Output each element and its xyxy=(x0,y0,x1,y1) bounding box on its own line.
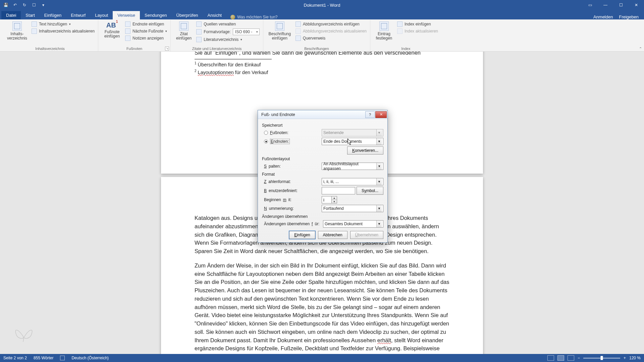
start-at-input[interactable] xyxy=(322,196,332,203)
symbol-button[interactable]: Symbol... xyxy=(357,187,383,195)
collapse-ribbon-icon[interactable]: ⌃ xyxy=(639,47,642,51)
citation-style-select[interactable]: Formatvorlage: ISO 690 - xyxy=(196,28,260,35)
endnotes-location-select[interactable]: Ende des Dokuments▼ xyxy=(322,138,383,145)
add-text-button[interactable]: Text hinzufügen ▾ xyxy=(32,21,95,27)
title-bar: 💾 ↶ ↻ ☐ ▾ Dokument1 - Word ▭ — ☐ ✕ xyxy=(0,0,644,10)
tab-ueberpruefen[interactable]: Überprüfen xyxy=(172,11,203,19)
chevron-down-icon[interactable]: ▼ xyxy=(376,221,382,227)
tab-start[interactable]: Start xyxy=(21,11,39,19)
close-icon[interactable]: ✕ xyxy=(629,0,644,10)
footnote-separator xyxy=(195,59,272,59)
chevron-down-icon[interactable]: ▼ xyxy=(376,205,382,212)
group-index-label: Index xyxy=(374,47,438,51)
tab-file[interactable]: Datei xyxy=(1,11,21,19)
start-at-spinner[interactable]: ▲▼ xyxy=(332,196,337,203)
zoom-slider[interactable] xyxy=(583,358,620,359)
update-index-button: Index aktualisieren xyxy=(397,28,438,34)
tab-verweise[interactable]: Verweise xyxy=(113,11,140,19)
number-format-select[interactable]: i, ii, iii, ...▼ xyxy=(322,178,383,185)
toc-icon xyxy=(12,21,22,31)
dialog-help-icon[interactable]: ? xyxy=(365,111,375,118)
show-notes-icon xyxy=(125,36,130,41)
print-layout-icon[interactable] xyxy=(557,355,564,361)
spin-down-icon: ▼ xyxy=(332,200,337,203)
insert-footnote-label: Fußnote einfügen xyxy=(104,30,120,39)
chevron-down-icon[interactable]: ▼ xyxy=(376,178,382,185)
minimize-icon[interactable]: — xyxy=(598,0,613,10)
ribbon-display-options-icon[interactable]: ▭ xyxy=(582,0,598,10)
numbering-select[interactable]: Fortlaufend▼ xyxy=(322,205,383,212)
crossref-icon xyxy=(296,36,301,41)
chevron-down-icon[interactable]: ▼ xyxy=(376,163,382,170)
chevron-down-icon[interactable]: ▼ xyxy=(376,138,382,145)
bibliography-button[interactable]: Literaturverzeichnis ▾ xyxy=(196,37,260,42)
insert-caption-button[interactable]: Beschriftung einfügen xyxy=(267,21,293,41)
footnote-1: 1 Überschriften für den Einkauf xyxy=(195,61,449,69)
update-tof-button: Abbildungsverzeichnis aktualisieren xyxy=(296,28,367,34)
save-icon[interactable]: 💾 xyxy=(3,2,9,8)
dialog-title-bar[interactable]: Fuß- und Endnote ? ✕ xyxy=(258,110,387,119)
insert-citation-button[interactable]: Zitat einfügen xyxy=(174,21,194,41)
zoom-out-icon[interactable]: − xyxy=(578,356,580,360)
insert-index-button[interactable]: Index einfügen xyxy=(397,21,438,27)
insert-tof-button[interactable]: Abbildungsverzeichnis einfügen xyxy=(296,21,367,27)
tab-sendungen[interactable]: Sendungen xyxy=(140,11,172,19)
apply-button: Übernehmen xyxy=(350,231,383,239)
insert-footnote-button[interactable]: AB1 Fußnote einfügen xyxy=(102,21,122,39)
zoom-level[interactable]: 120 % xyxy=(629,356,641,360)
spellcheck-icon[interactable] xyxy=(60,356,65,360)
endnotes-radio[interactable] xyxy=(264,139,268,143)
status-word-count[interactable]: 855 Wörter xyxy=(34,356,53,360)
footnotes-dialog-launcher-icon[interactable]: ↘ xyxy=(165,47,169,51)
tell-me-search[interactable]: Was möchten Sie tun? xyxy=(230,15,277,19)
group-citations-label: Zitate und Literaturverzeichnis xyxy=(174,47,260,51)
columns-select[interactable]: An Abschnittslayout anpassen▼ xyxy=(322,163,383,170)
dialog-title: Fuß- und Endnote xyxy=(261,112,295,117)
custom-mark-input[interactable] xyxy=(322,187,355,194)
convert-button[interactable]: Konvertieren... xyxy=(347,146,383,155)
bibliography-icon xyxy=(196,37,202,42)
citation-style-value[interactable]: ISO 690 - xyxy=(233,28,260,35)
footnotes-radio[interactable] xyxy=(264,131,268,135)
next-footnote-button[interactable]: Nächste Fußnote ▾ xyxy=(125,28,167,34)
ribbon-tabs: Datei Start Einfügen Entwurf Layout Verw… xyxy=(0,10,644,19)
maximize-icon[interactable]: ☐ xyxy=(613,0,629,10)
undo-icon[interactable]: ↶ xyxy=(12,2,18,8)
show-notes-button[interactable]: Notizen anzeigen xyxy=(125,36,167,41)
crossref-button[interactable]: Querverweis xyxy=(296,36,367,41)
apply-to-select[interactable]: Gesamtes Dokument▼ xyxy=(323,220,383,228)
endnote-icon xyxy=(125,21,130,27)
insert-endnote-button[interactable]: Endnote einfügen xyxy=(125,21,167,27)
update-toc-button[interactable]: Inhaltsverzeichnis aktualisieren xyxy=(32,28,95,34)
insert-caption-label: Beschriftung einfügen xyxy=(268,32,291,41)
tab-ansicht[interactable]: Ansicht xyxy=(203,11,227,19)
spin-up-icon: ▲ xyxy=(332,196,337,200)
tof-icon xyxy=(296,21,301,27)
tab-einfuegen[interactable]: Einfügen xyxy=(40,11,66,19)
manage-sources-button[interactable]: Quellen verwalten xyxy=(196,21,260,27)
cancel-button[interactable]: Abbrechen xyxy=(318,231,347,239)
web-layout-icon[interactable] xyxy=(568,355,574,361)
insert-button[interactable]: Einfügen xyxy=(289,231,315,239)
status-language[interactable]: Deutsch (Österreich) xyxy=(71,356,109,360)
dialog-close-icon[interactable]: ✕ xyxy=(375,111,387,118)
body-text: Zum Ändern der Weise, in der sich ein Bi… xyxy=(195,261,449,354)
update-toc-icon xyxy=(32,28,37,34)
footnotes-location-select: Seitenende▼ xyxy=(322,129,383,136)
status-page[interactable]: Seite 2 von 2 xyxy=(3,356,27,360)
mark-entry-button[interactable]: Eintrag festlegen xyxy=(374,21,394,41)
sign-in-link[interactable]: Anmelden xyxy=(593,14,613,19)
touch-mode-icon[interactable]: ☐ xyxy=(31,2,37,8)
read-mode-icon[interactable] xyxy=(547,355,554,361)
zoom-in-icon[interactable]: + xyxy=(624,356,626,360)
redo-icon[interactable]: ↻ xyxy=(21,2,28,8)
tab-layout[interactable]: Layout xyxy=(90,11,113,19)
customize-qat-icon[interactable]: ▾ xyxy=(40,2,46,8)
toc-button[interactable]: Inhalts- verzeichnis xyxy=(5,21,29,41)
insert-index-icon xyxy=(397,21,402,27)
group-index: Eintrag festlegen Index einfügen Index a… xyxy=(370,20,441,51)
tab-entwurf[interactable]: Entwurf xyxy=(66,11,90,19)
update-tof-icon xyxy=(296,28,301,34)
share-button[interactable]: Freigeben xyxy=(619,14,639,19)
style-icon xyxy=(196,29,202,35)
